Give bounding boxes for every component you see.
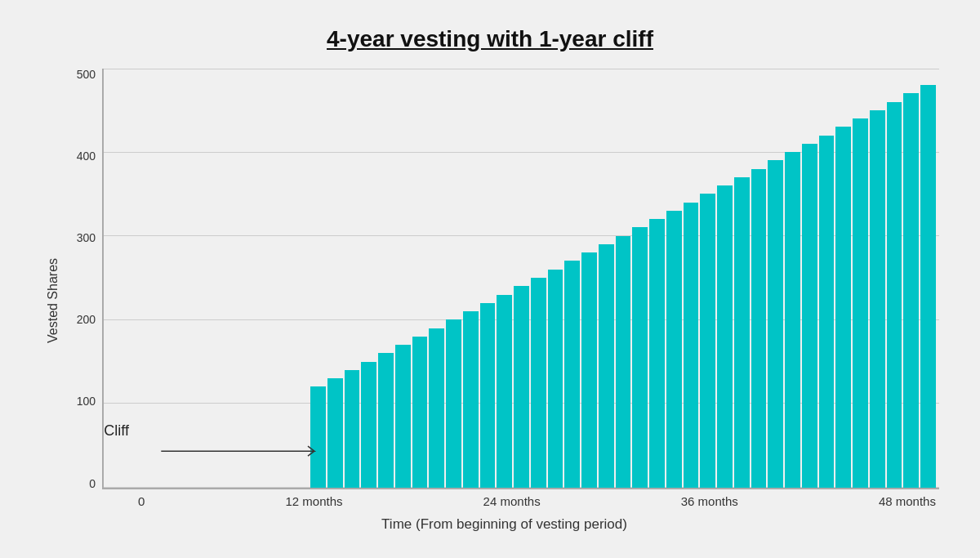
y-tick-0: 0 xyxy=(89,478,96,489)
x-axis-title: Time (From beginning of vesting period) xyxy=(69,516,939,533)
y-ticks: 0100200300400500 xyxy=(69,69,102,489)
bar-month-38 xyxy=(751,169,767,488)
x-ticks-row: 012 months24 months36 months48 months xyxy=(135,494,939,508)
y-tick-200: 200 xyxy=(77,314,96,325)
bar-month-43 xyxy=(835,127,851,487)
bar-month-40 xyxy=(785,152,800,487)
bar-month-23 xyxy=(497,295,512,488)
chart-container: 4-year vesting with 1-year cliff Vested … xyxy=(41,26,939,533)
y-tick-500: 500 xyxy=(77,69,96,80)
bar-month-36 xyxy=(717,185,733,487)
bar-month-16 xyxy=(378,353,394,487)
bar-month-41 xyxy=(802,144,817,488)
chart-area: Vested Shares 0100200300400500 Cliff xyxy=(41,69,939,533)
bar-month-19 xyxy=(429,328,444,488)
bar-month-35 xyxy=(700,194,715,487)
bar-month-39 xyxy=(768,160,783,487)
bar-month-33 xyxy=(666,211,682,488)
bar-month-46 xyxy=(887,102,902,488)
bar-month-17 xyxy=(395,345,411,487)
bar-month-13 xyxy=(327,378,343,487)
chart-inner: 0100200300400500 Cliff 012 mon xyxy=(69,69,939,533)
bar-month-30 xyxy=(616,236,631,488)
bar-month-24 xyxy=(514,286,529,487)
bar-month-12 xyxy=(310,386,326,487)
bar-month-32 xyxy=(649,219,665,487)
chart-title: 4-year vesting with 1-year cliff xyxy=(327,26,653,52)
x-tick-1: 12 months xyxy=(285,494,342,508)
bar-month-34 xyxy=(684,203,699,488)
plot-area: 0100200300400500 Cliff xyxy=(69,69,939,489)
bars-and-grid: Cliff xyxy=(102,69,939,489)
y-tick-400: 400 xyxy=(77,150,96,162)
bar-month-45 xyxy=(870,110,885,488)
bar-month-37 xyxy=(734,177,750,488)
x-tick-3: 36 months xyxy=(681,494,738,508)
x-tick-0: 0 xyxy=(138,494,145,508)
bar-month-42 xyxy=(819,136,835,488)
bar-month-44 xyxy=(853,118,868,487)
bar-month-27 xyxy=(564,261,580,487)
bar-month-15 xyxy=(361,362,376,488)
bar-month-29 xyxy=(599,244,614,488)
y-axis-label: Vested Shares xyxy=(41,69,65,533)
bar-month-26 xyxy=(548,270,564,488)
x-axis-ticks: 012 months24 months36 months48 months xyxy=(102,489,939,508)
bar-month-47 xyxy=(903,93,919,487)
x-tick-2: 24 months xyxy=(483,494,541,508)
y-tick-300: 300 xyxy=(77,232,96,243)
bar-month-28 xyxy=(581,252,597,487)
x-tick-4: 48 months xyxy=(879,494,936,508)
bar-month-20 xyxy=(446,319,461,487)
y-tick-100: 100 xyxy=(77,395,96,407)
bar-month-25 xyxy=(531,278,546,488)
bar-month-21 xyxy=(463,311,479,487)
bar-month-14 xyxy=(345,370,360,488)
bars-wrapper xyxy=(104,69,939,488)
bar-month-18 xyxy=(412,337,428,488)
bar-month-22 xyxy=(480,303,496,488)
bar-month-31 xyxy=(632,227,648,487)
bar-month-48 xyxy=(920,85,936,487)
